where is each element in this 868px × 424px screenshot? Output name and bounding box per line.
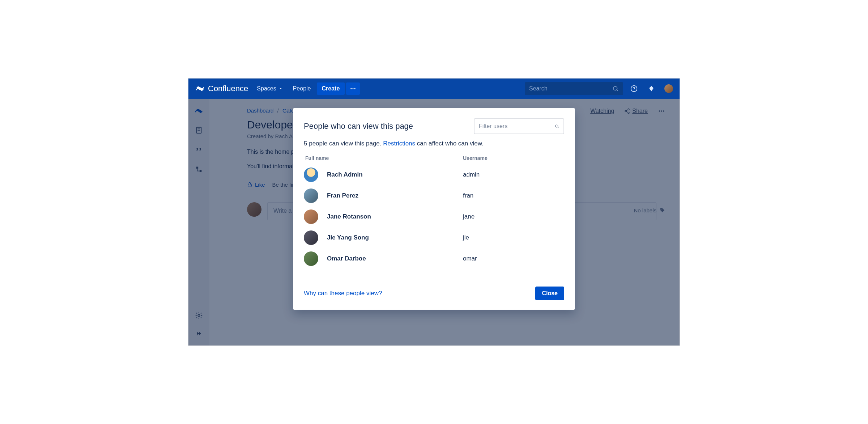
filter-users-input[interactable] bbox=[479, 123, 551, 130]
table-header: Full name Username bbox=[304, 155, 564, 164]
table-row: Omar Darboe omar bbox=[304, 248, 564, 269]
th-fullname: Full name bbox=[304, 155, 463, 161]
create-button[interactable]: Create bbox=[317, 82, 345, 95]
restrictions-link[interactable]: Restrictions bbox=[383, 140, 415, 147]
user-username: fran bbox=[463, 192, 564, 199]
user-fullname: Fran Perez bbox=[327, 192, 463, 199]
notifications-button[interactable] bbox=[645, 82, 658, 95]
brand[interactable]: Confluence bbox=[193, 84, 251, 93]
user-fullname: Jie Yang Song bbox=[327, 234, 463, 241]
filter-users-box[interactable] bbox=[474, 118, 564, 134]
user-username: jie bbox=[463, 234, 564, 241]
user-fullname: Omar Darboe bbox=[327, 255, 463, 262]
table-row: Rach Admin admin bbox=[304, 164, 564, 185]
user-username: jane bbox=[463, 213, 564, 220]
modal-title: People who can view this page bbox=[304, 122, 413, 131]
svg-line-29 bbox=[558, 127, 559, 128]
viewers-modal: People who can view this page 5 people c… bbox=[293, 108, 575, 310]
table-row: Fran Perez fran bbox=[304, 185, 564, 206]
why-link[interactable]: Why can these people view? bbox=[304, 290, 382, 297]
avatar bbox=[304, 230, 318, 245]
nav-spaces-label: Spaces bbox=[257, 85, 276, 92]
top-nav: Confluence Spaces People Create ? bbox=[188, 79, 680, 99]
svg-text:?: ? bbox=[633, 86, 635, 91]
close-button[interactable]: Close bbox=[535, 287, 564, 300]
search-icon bbox=[555, 123, 559, 130]
svg-point-28 bbox=[556, 125, 558, 127]
avatar bbox=[664, 84, 674, 94]
user-fullname: Jane Rotanson bbox=[327, 213, 463, 220]
svg-point-1 bbox=[353, 88, 354, 89]
nav-people-label: People bbox=[293, 85, 311, 92]
svg-point-0 bbox=[351, 88, 352, 89]
user-username: omar bbox=[463, 255, 564, 262]
help-icon: ? bbox=[630, 85, 638, 92]
avatar bbox=[304, 251, 318, 266]
confluence-logo-icon bbox=[196, 84, 204, 93]
global-search[interactable] bbox=[525, 82, 623, 95]
nav-people[interactable]: People bbox=[289, 82, 315, 95]
avatar bbox=[304, 168, 318, 182]
svg-line-4 bbox=[617, 90, 618, 91]
user-fullname: Rach Admin bbox=[327, 171, 463, 178]
user-username: admin bbox=[463, 171, 564, 178]
table-row: Jane Rotanson jane bbox=[304, 206, 564, 227]
profile-button[interactable] bbox=[662, 82, 675, 95]
ellipsis-icon bbox=[350, 85, 356, 92]
notification-icon bbox=[648, 85, 655, 92]
users-table: Full name Username Rach Admin admin Fran… bbox=[304, 155, 564, 269]
table-row: Jie Yang Song jie bbox=[304, 227, 564, 248]
modal-subtitle: 5 people can view this page. Restriction… bbox=[304, 140, 564, 147]
help-button[interactable]: ? bbox=[627, 82, 641, 95]
nav-spaces[interactable]: Spaces bbox=[252, 82, 287, 95]
brand-label: Confluence bbox=[208, 84, 248, 93]
nav-more-button[interactable] bbox=[346, 82, 360, 95]
avatar bbox=[304, 188, 318, 203]
svg-point-2 bbox=[354, 88, 356, 89]
search-icon bbox=[612, 85, 619, 92]
search-input[interactable] bbox=[529, 85, 609, 92]
chevron-down-icon bbox=[278, 86, 283, 91]
avatar bbox=[304, 209, 318, 224]
th-username: Username bbox=[463, 155, 564, 161]
svg-point-3 bbox=[613, 86, 617, 90]
